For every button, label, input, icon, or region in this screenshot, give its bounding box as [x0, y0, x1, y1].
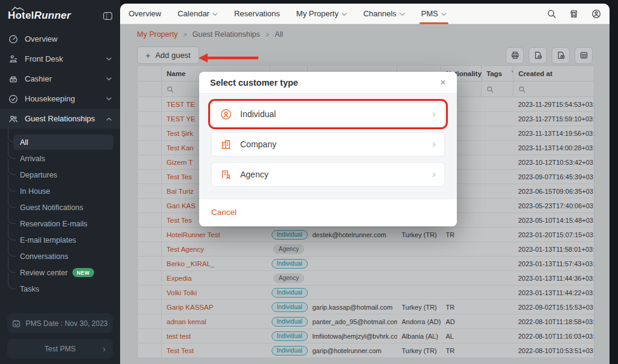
sidebar-nav: OverviewFront DeskCashierHousekeepingGue… [0, 29, 120, 129]
gauge-icon [8, 34, 18, 44]
pms-date-label: PMS Date : Nov 30, 2023 [25, 319, 107, 328]
chevron-down-icon [342, 13, 347, 16]
sidebar-subitem-reservation-e-mails[interactable]: Reservation E-mails [0, 216, 120, 232]
company-icon [220, 139, 232, 150]
customer-type-option-agency[interactable]: Agency› [211, 162, 445, 187]
chevron-down-icon [400, 13, 405, 16]
chevron-right-icon: › [103, 344, 106, 354]
agency-icon [220, 169, 232, 180]
close-icon[interactable]: × [440, 77, 446, 88]
housekeeping-icon [8, 94, 18, 104]
app-root: HotelRunner OverviewFront DeskCashierHou… [0, 0, 618, 364]
sidebar-item-front-desk[interactable]: Front Desk [0, 49, 120, 69]
tab-label: Reservations [234, 9, 280, 18]
chevron-down-icon [441, 13, 447, 16]
test-pms-label: Test PMS [45, 345, 75, 353]
tab-reservations[interactable]: Reservations [234, 4, 280, 24]
tab-my-property[interactable]: My Property [296, 4, 347, 24]
chevron-down-icon [106, 77, 112, 81]
sidebar-subitem-label: Reservation E-mails [20, 220, 88, 228]
tab-label: PMS [421, 9, 438, 18]
tab-label: Calendar [177, 9, 209, 18]
sidebar-item-label: Cashier [25, 74, 52, 83]
logo-roof-icon [11, 7, 25, 11]
sidebar: HotelRunner OverviewFront DeskCashierHou… [0, 0, 120, 364]
tab-label: Overview [129, 9, 161, 18]
content-area: My Property>Guest Relationships>All + Ad… [120, 24, 610, 364]
tab-label: Channels [363, 9, 397, 18]
guests-icon [8, 114, 18, 124]
sidebar-subitem-in-house[interactable]: In House [0, 183, 120, 199]
sidebar-subitem-label: Tasks [20, 285, 39, 293]
chevron-down-icon [212, 13, 218, 16]
tab-calendar[interactable]: Calendar [177, 4, 218, 24]
sidebar-item-cashier[interactable]: Cashier [0, 69, 120, 89]
chevron-up-icon [106, 117, 112, 121]
tab-overview[interactable]: Overview [129, 4, 161, 24]
marketplace-icon[interactable] [569, 9, 579, 19]
calendar-icon [12, 319, 21, 328]
sidebar-subitem-arrivals[interactable]: Arrivals [0, 150, 120, 167]
chevron-right-icon: › [432, 108, 436, 120]
sidebar-subitem-label: Conversations [20, 252, 68, 261]
sidebar-subitem-label: In House [20, 187, 50, 196]
sidebar-item-housekeeping[interactable]: Housekeeping [0, 89, 120, 109]
sidebar-subitem-conversations[interactable]: Conversations [0, 248, 120, 264]
cashier-icon [8, 74, 18, 84]
sidebar-subitem-guest-notifications[interactable]: Guest Notifications [0, 199, 120, 216]
test-pms-button[interactable]: Test PMS › [7, 339, 113, 359]
sidebar-collapse-icon[interactable] [103, 11, 113, 21]
sidebar-subitem-departures[interactable]: Departures [0, 167, 120, 183]
sidebar-subitem-label: Guest Notifications [20, 203, 83, 212]
chevron-right-icon: › [432, 138, 436, 150]
customer-type-option-individual[interactable]: Individual› [211, 102, 445, 126]
sidebar-subitem-tasks[interactable]: Tasks [0, 281, 120, 297]
sidebar-subitem-review-center[interactable]: Review centerNEW [0, 264, 120, 281]
main-panel: OverviewCalendarReservationsMy PropertyC… [120, 4, 610, 364]
topnav-right-icons [547, 9, 601, 19]
hotelrunner-logo: HotelRunner [8, 10, 71, 22]
sidebar-subitem-label: Review center [20, 269, 68, 277]
chevron-down-icon [106, 97, 112, 101]
tab-label: My Property [296, 9, 339, 18]
new-badge: NEW [72, 268, 94, 277]
sidebar-item-label: Housekeeping [25, 94, 75, 103]
customer-type-option-company[interactable]: Company› [211, 132, 445, 156]
sidebar-item-label: Guest Relationships [25, 114, 95, 123]
sidebar-item-label: Overview [25, 34, 57, 43]
sidebar-subitem-label: Arrivals [20, 155, 45, 163]
sidebar-subnav: AllArrivalsDeparturesIn HouseGuest Notif… [0, 129, 120, 297]
annotation-arrow [197, 52, 261, 64]
option-label: Company [240, 139, 276, 149]
individual-icon [220, 109, 232, 120]
chevron-down-icon [106, 57, 112, 61]
pms-date-button[interactable]: PMS Date : Nov 30, 2023 [7, 313, 113, 333]
option-label: Agency [240, 170, 269, 179]
sidebar-subitem-all[interactable]: All [0, 134, 120, 150]
modal-title: Select customer type [210, 78, 298, 88]
sidebar-item-label: Front Desk [25, 54, 63, 63]
sidebar-subitem-label: E-mail templates [20, 236, 76, 244]
option-label: Individual [240, 109, 276, 119]
sidebar-subitem-label: Departures [20, 171, 57, 179]
sidebar-subitem-label: All [20, 138, 28, 147]
chevron-right-icon: › [432, 168, 436, 180]
sidebar-item-overview[interactable]: Overview [0, 29, 120, 49]
top-navigation: OverviewCalendarReservationsMy PropertyC… [120, 4, 610, 24]
select-customer-type-modal: Select customer type × Individual›Compan… [199, 72, 457, 226]
sidebar-item-guest-relationships[interactable]: Guest Relationships [0, 109, 120, 129]
front-desk-icon [8, 54, 18, 64]
search-icon[interactable] [547, 9, 556, 19]
sidebar-subitem-e-mail-templates[interactable]: E-mail templates [0, 232, 120, 248]
cancel-button[interactable]: Cancel [211, 208, 237, 217]
tab-pms[interactable]: PMS [421, 4, 447, 24]
account-icon[interactable] [591, 9, 601, 19]
tab-channels[interactable]: Channels [363, 4, 405, 24]
